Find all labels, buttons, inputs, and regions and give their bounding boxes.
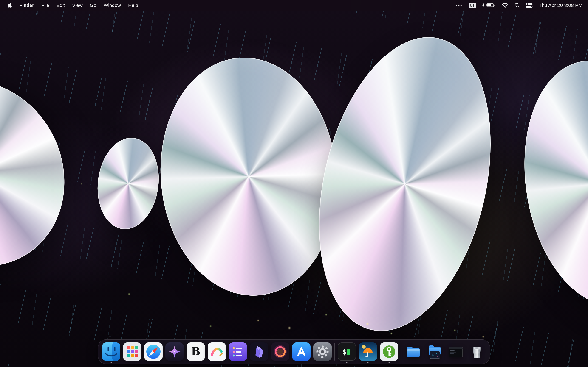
dock-item-sparkle-app[interactable]	[165, 342, 184, 361]
dock-item-weather-app[interactable]	[359, 342, 377, 361]
svg-text:B: B	[191, 345, 200, 358]
launchpad-icon	[123, 342, 141, 361]
running-indicator	[346, 362, 347, 363]
battery-menu[interactable]	[482, 0, 496, 10]
desktop: Finder File Edit View Go Window Help •••…	[0, 0, 588, 367]
spotlight-menu[interactable]	[515, 0, 520, 10]
menu-bar-left: Finder File Edit View Go Window Help	[0, 0, 142, 10]
dock-item-obsidian[interactable]	[250, 342, 268, 361]
menu-edit[interactable]: Edit	[53, 0, 69, 10]
dock-item-keepassxc[interactable]	[380, 342, 398, 361]
gear-icon	[313, 342, 332, 361]
running-indicator	[389, 362, 390, 363]
folder-stack-icon	[425, 342, 444, 361]
trash-icon	[468, 342, 486, 361]
app-store-icon	[292, 342, 311, 361]
dock-item-applications-folder[interactable]	[404, 342, 423, 361]
dock-item-b-notes-app[interactable]: B	[187, 342, 205, 361]
dock-item-planner-app[interactable]	[229, 342, 247, 361]
overflow-menu[interactable]: •••	[456, 0, 463, 10]
running-indicator	[367, 362, 369, 363]
menu-window[interactable]: Window	[100, 0, 124, 10]
app-menu-finder[interactable]: Finder	[16, 0, 38, 10]
svg-text:$: $	[342, 347, 346, 356]
glow-ring-icon	[271, 342, 289, 361]
input-source-badge: US	[468, 3, 476, 8]
dock-item-freeform[interactable]	[208, 342, 226, 361]
window-preview-icon	[447, 342, 465, 361]
brush-stroke-icon	[208, 342, 226, 361]
menu-bar-clock[interactable]: Thu Apr 20 8:08 PM	[539, 0, 582, 10]
dock-item-glow-ring-app[interactable]	[271, 342, 289, 361]
apple-logo-icon	[7, 2, 12, 8]
wallpaper-disc-far-right	[508, 49, 588, 318]
control-center-icon	[526, 3, 533, 8]
dock-item-folder-stack[interactable]	[425, 342, 444, 361]
blue-folder-icon	[404, 342, 423, 361]
wallpaper-disc-center	[151, 50, 346, 303]
battery-icon	[486, 3, 496, 8]
menu-bar: Finder File Edit View Go Window Help •••…	[0, 0, 588, 10]
wallpaper-disc-right	[292, 20, 517, 348]
wallpaper-disc-small	[93, 134, 164, 233]
control-center-menu[interactable]	[526, 0, 533, 10]
dock-item-minimized-window[interactable]	[447, 342, 465, 361]
terminal-icon: $	[338, 342, 356, 361]
dock-item-launchpad[interactable]	[123, 342, 141, 361]
checklist-icon	[229, 342, 247, 361]
charging-bolt-icon	[482, 3, 485, 7]
running-indicator	[111, 362, 112, 363]
menu-go[interactable]: Go	[86, 0, 100, 10]
menu-view[interactable]: View	[69, 0, 86, 10]
wallpaper-disc-far-left	[0, 49, 97, 297]
dock-item-terminal[interactable]: $	[338, 342, 356, 361]
search-icon	[515, 3, 520, 8]
wifi-icon	[502, 3, 509, 8]
dock-separator	[334, 343, 335, 361]
dock-item-finder[interactable]	[102, 342, 120, 361]
dock-item-app-store[interactable]	[292, 342, 311, 361]
dock-item-system-settings[interactable]	[313, 342, 332, 361]
apple-menu[interactable]	[5, 0, 16, 10]
wifi-menu[interactable]	[502, 0, 509, 10]
letter-b-icon: B	[187, 342, 205, 361]
sparkle-star-icon	[165, 342, 184, 361]
safari-compass-icon	[144, 342, 163, 361]
dock-item-trash[interactable]	[468, 342, 486, 361]
menu-file[interactable]: File	[38, 0, 53, 10]
crystal-gem-icon	[250, 342, 268, 361]
key-lock-icon	[380, 342, 398, 361]
overflow-ellipsis-icon: •••	[456, 3, 463, 8]
finder-icon	[102, 342, 120, 361]
dock: B	[98, 340, 490, 364]
menu-help[interactable]: Help	[124, 0, 142, 10]
dock-separator	[401, 343, 401, 361]
dock-item-safari[interactable]	[144, 342, 163, 361]
input-source-menu[interactable]: US	[468, 0, 476, 10]
umbrella-weather-icon	[359, 342, 377, 361]
menu-bar-status-area: ••• US	[456, 0, 588, 10]
